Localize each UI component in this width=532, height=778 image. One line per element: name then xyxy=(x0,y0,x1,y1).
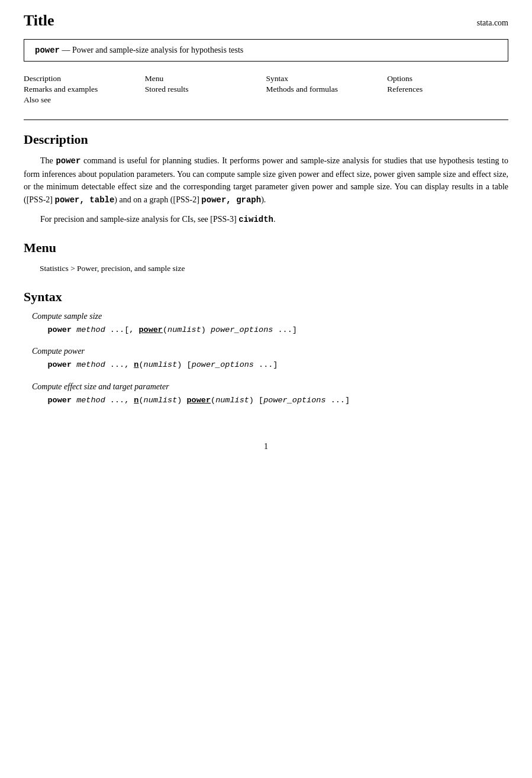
syntax-subsection-effectsize: Compute effect size and target parameter… xyxy=(24,382,508,407)
method-meta-1: method xyxy=(76,325,105,334)
description-para2: For precision and sample-size analysis f… xyxy=(24,213,508,227)
syntax-end-2: ...] xyxy=(259,360,278,369)
numlist-meta-2: numlist xyxy=(144,360,178,369)
nav-table: Description Menu Syntax Options Remarks … xyxy=(24,73,508,105)
syntax-line-power: power method ..., n(numlist) [power_opti… xyxy=(48,359,509,372)
page-number: 1 xyxy=(264,442,268,451)
power-options-2: power_options xyxy=(192,360,254,369)
method-meta-2: method xyxy=(76,360,105,369)
power-cmd-2: power xyxy=(48,360,72,369)
syntax-label-samplesize: Compute sample size xyxy=(32,312,508,321)
power-cmd-1: power xyxy=(48,325,72,334)
bracket-1: [ xyxy=(187,360,192,369)
section-divider xyxy=(24,120,508,120)
page-footer: 1 xyxy=(24,442,508,451)
title-box: power — Power and sample-size analysis f… xyxy=(24,39,508,62)
syntax-subsection-samplesize: Compute sample size power method ...[, p… xyxy=(24,312,508,337)
syntax-line-samplesize: power method ...[, power(numlist) power_… xyxy=(48,324,509,337)
bracket-2: [ xyxy=(259,396,263,405)
page-title: Title xyxy=(24,12,54,30)
page-header: Title stata.com xyxy=(24,12,508,30)
paren-1: ( xyxy=(163,325,167,334)
paren-5: ( xyxy=(138,396,143,405)
syntax-dots-2: ..., xyxy=(110,360,134,369)
paren-2: ) xyxy=(201,325,206,334)
syntax-line-effectsize: power method ..., n(numlist) power(numli… xyxy=(48,394,509,407)
syntax-dots-3: ..., xyxy=(110,396,134,405)
title-description: Power and sample-size analysis for hypot… xyxy=(72,46,243,54)
nav-syntax[interactable]: Syntax xyxy=(266,74,289,83)
power-table-inline: power, table xyxy=(55,195,115,205)
menu-path: Statistics > Power, precision, and sampl… xyxy=(40,263,508,275)
ciwidth-inline: ciwidth xyxy=(238,215,273,224)
nav-alsosee[interactable]: Also see xyxy=(24,95,51,104)
power-graph-inline: power, graph xyxy=(201,195,261,205)
syntax-dots-1: ...[, xyxy=(110,325,139,334)
description-section: Description The power command is useful … xyxy=(24,132,508,226)
nav-references[interactable]: References xyxy=(387,85,423,93)
syntax-end-1: ...] xyxy=(278,325,296,334)
syntax-section: Syntax Compute sample size power method … xyxy=(24,289,508,407)
title-dash: — xyxy=(62,46,70,54)
menu-heading: Menu xyxy=(24,240,508,256)
paren-6: ) xyxy=(177,396,182,405)
nav-menu[interactable]: Menu xyxy=(145,74,164,83)
syntax-heading: Syntax xyxy=(24,289,508,305)
nav-description[interactable]: Description xyxy=(24,74,61,83)
power-cmd-inline: power xyxy=(56,156,80,166)
numlist-meta-4: numlist xyxy=(215,396,249,405)
power-opt-3: power xyxy=(187,396,211,405)
nav-options[interactable]: Options xyxy=(387,74,412,83)
description-para1: The power command is useful for planning… xyxy=(24,154,508,207)
nav-stored[interactable]: Stored results xyxy=(145,85,189,93)
paren-8: ) xyxy=(249,396,254,405)
nav-remarks[interactable]: Remarks and examples xyxy=(24,85,98,93)
power-options-1: power_options xyxy=(211,325,273,334)
nav-methods[interactable]: Methods and formulas xyxy=(266,85,338,93)
stata-brand: stata.com xyxy=(477,18,508,28)
numlist-meta-1: numlist xyxy=(167,325,201,334)
paren-4: ) xyxy=(177,360,182,369)
title-box-text: power — Power and sample-size analysis f… xyxy=(35,46,243,54)
power-cmd-3: power xyxy=(48,396,72,405)
title-cmd: power xyxy=(35,46,60,55)
power-opt-1: power xyxy=(138,325,163,334)
syntax-subsection-power: Compute power power method ..., n(numlis… xyxy=(24,347,508,372)
power-options-3: power_options xyxy=(263,396,325,405)
description-heading: Description xyxy=(24,132,508,147)
numlist-meta-3: numlist xyxy=(144,396,178,405)
syntax-label-power: Compute power xyxy=(32,347,508,356)
paren-3: ( xyxy=(138,360,143,369)
syntax-end-3: ...] xyxy=(331,396,350,405)
syntax-label-effectsize: Compute effect size and target parameter xyxy=(32,382,508,392)
method-meta-3: method xyxy=(76,396,105,405)
paren-7: ( xyxy=(211,396,215,405)
menu-section: Menu Statistics > Power, precision, and … xyxy=(24,240,508,275)
